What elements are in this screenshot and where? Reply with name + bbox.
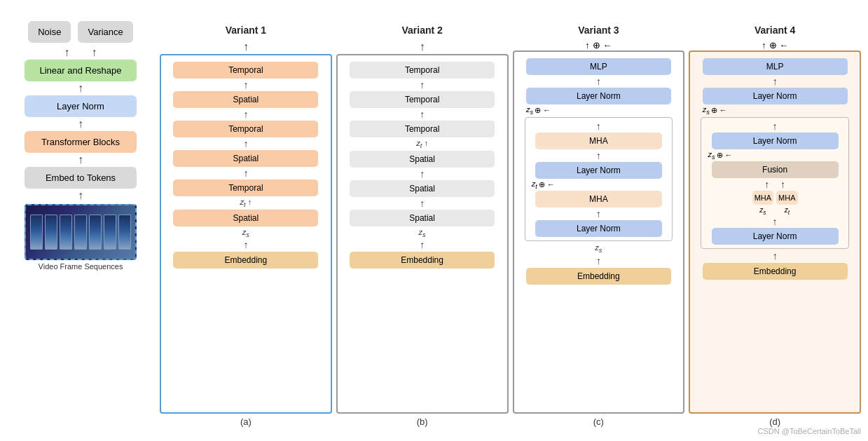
v3-mlp: MLP bbox=[526, 58, 671, 75]
variant1-panel: Variant 1 ↑ Temporal ↑ Spatial ↑ Tempora… bbox=[160, 25, 332, 427]
arrow-up-2: ↑ bbox=[78, 83, 83, 94]
variant3-panel: Variant 3 ↑ ⊕ ← MLP ↑ Layer Norm zs ⊕ ← … bbox=[513, 25, 685, 427]
variance-box: Variance bbox=[78, 21, 132, 43]
v2-temporal-4: Temporal bbox=[350, 91, 495, 108]
v2-spatial-2: Spatial bbox=[350, 151, 495, 168]
video-frame bbox=[60, 215, 72, 250]
v1-zs-label: zs bbox=[242, 228, 249, 238]
variant4-title: Variant 4 bbox=[755, 25, 795, 36]
layer-norm-box: Layer Norm bbox=[25, 95, 137, 117]
video-frames-box bbox=[25, 204, 137, 260]
v4-mha-s: MHA bbox=[752, 191, 773, 205]
v4-main-box: ↑ Layer Norm zs ⊕ ← Fusion ↑ ↑ MHA zs bbox=[701, 117, 848, 249]
arrow-up-4: ↑ bbox=[78, 154, 83, 165]
v3-top: ↑ ⊕ ← bbox=[585, 40, 612, 50]
video-frame bbox=[89, 215, 102, 250]
v1-temporal-3: Temporal bbox=[173, 121, 318, 137]
arrow-up-1: ↑ ↑ bbox=[64, 47, 97, 58]
v4-embedding: Embedding bbox=[703, 263, 848, 280]
v2-spatial-0: Spatial bbox=[350, 210, 495, 226]
v2-temporal-3: Temporal bbox=[350, 121, 495, 137]
v1-spatial-4: Spatial bbox=[173, 91, 318, 108]
embed-to-tokens-box: Embed to Tokens bbox=[25, 167, 137, 189]
variant1-inner: Temporal ↑ Spatial ↑ Temporal ↑ Spatial … bbox=[160, 54, 332, 414]
v1-caption: (a) bbox=[240, 416, 252, 427]
variant2-inner: Temporal ↑ Temporal ↑ Temporal zt ↑ Spat… bbox=[336, 54, 509, 414]
v1-embedding: Embedding bbox=[173, 252, 318, 269]
v2-caption: (b) bbox=[417, 416, 428, 427]
v4-ln-top: Layer Norm bbox=[703, 88, 848, 104]
v2-embedding: Embedding bbox=[350, 252, 495, 269]
v1-zt-label: zt ↑ bbox=[240, 198, 252, 208]
main-container: Noise Variance ↑ ↑ Linear and Reshape ↑ … bbox=[0, 0, 868, 441]
top-row: Noise Variance bbox=[28, 21, 133, 43]
v2-spatial-1: Spatial bbox=[350, 180, 495, 197]
v3-mha-box: ↑ MHA ↑ Layer Norm zt ⊕ ← MHA ↑ Layer No… bbox=[525, 117, 673, 241]
v4-caption: (d) bbox=[769, 416, 780, 427]
v1-spatial-0: Spatial bbox=[173, 210, 318, 226]
v1-temporal-1: Temporal bbox=[173, 179, 318, 196]
v3-mha-top: MHA bbox=[535, 133, 662, 149]
v4-ln-bottom: Layer Norm bbox=[712, 228, 839, 245]
v3-mha-bottom: MHA bbox=[535, 191, 662, 208]
v1-spatial-2: Spatial bbox=[173, 150, 318, 167]
v4-top: ↑ ⊕ ← bbox=[762, 40, 788, 50]
variant2-title: Variant 2 bbox=[401, 25, 442, 36]
v4-ln-mid: Layer Norm bbox=[712, 133, 839, 149]
video-frame bbox=[118, 215, 131, 250]
transformer-blocks-box: Transformer Blocks bbox=[25, 131, 137, 153]
variant2-panel: Variant 2 ↑ Temporal ↑ Temporal ↑ Tempor… bbox=[336, 25, 509, 427]
v1-top-arrow: ↑ bbox=[243, 41, 249, 53]
v3-ln-mid: Layer Norm bbox=[535, 162, 662, 179]
watermark: CSDN @ToBeCertainToBeTall bbox=[757, 427, 861, 435]
v4-mha-t: MHA bbox=[776, 191, 797, 205]
left-panel: Noise Variance ↑ ↑ Linear and Reshape ↑ … bbox=[7, 7, 154, 434]
v2-zt-label: zt ↑ bbox=[416, 139, 428, 149]
v4-mlp: MLP bbox=[703, 58, 848, 75]
video-label: Video Frame Sequences bbox=[39, 262, 123, 271]
video-frame bbox=[104, 215, 116, 250]
video-frames-inner bbox=[27, 212, 134, 252]
linear-reshape-box: Linear and Reshape bbox=[25, 60, 137, 81]
variants-container: Variant 1 ↑ Temporal ↑ Spatial ↑ Tempora… bbox=[160, 7, 861, 434]
v4-fusion: Fusion bbox=[712, 161, 839, 178]
v2-top-arrow: ↑ bbox=[420, 41, 425, 53]
video-frame bbox=[74, 215, 87, 250]
variant4-inner: MLP ↑ Layer Norm zs ⊕ ← ↑ Layer Norm zs … bbox=[689, 50, 861, 414]
v2-temporal-5: Temporal bbox=[350, 62, 495, 79]
v3-ln-top: Layer Norm bbox=[526, 88, 671, 104]
video-frame bbox=[45, 215, 57, 250]
variant3-inner: MLP ↑ Layer Norm zs ⊕ ← ↑ MHA ↑ Layer No… bbox=[513, 50, 685, 414]
arrow-up-3: ↑ bbox=[78, 118, 83, 130]
v3-caption: (c) bbox=[593, 416, 604, 427]
video-frame bbox=[30, 215, 43, 250]
variant1-title: Variant 1 bbox=[226, 25, 266, 36]
v4-mha-row: MHA zs MHA zt bbox=[712, 190, 839, 216]
v1-temporal-5: Temporal bbox=[173, 62, 318, 79]
variant3-title: Variant 3 bbox=[578, 25, 619, 36]
variant4-panel: Variant 4 ↑ ⊕ ← MLP ↑ Layer Norm zs ⊕ ← … bbox=[689, 25, 861, 427]
arrow-up-5: ↑ bbox=[78, 190, 83, 201]
v3-zs-label: zs bbox=[595, 243, 602, 254]
noise-box: Noise bbox=[28, 21, 71, 43]
v3-embedding: Embedding bbox=[526, 268, 671, 285]
v2-zs-label: zs bbox=[419, 228, 426, 238]
v3-ln-bottom: Layer Norm bbox=[535, 220, 662, 237]
